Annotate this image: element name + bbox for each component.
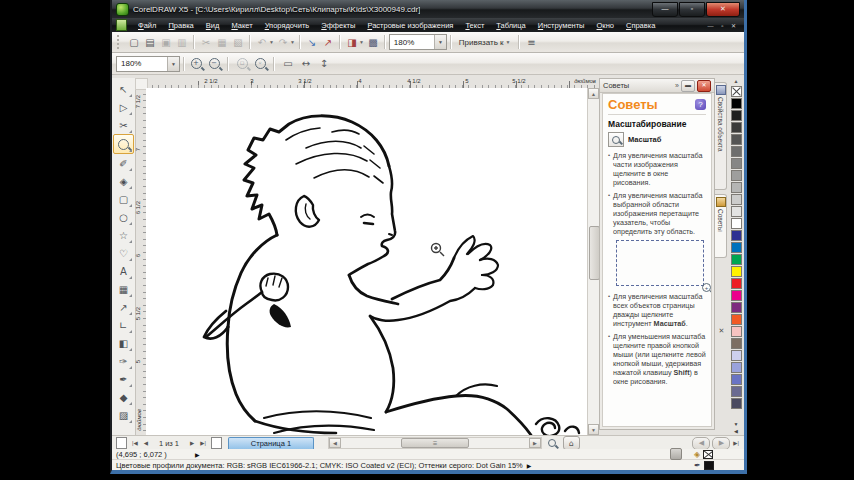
color-swatch[interactable] — [731, 182, 742, 193]
dimension-tool[interactable]: ↗ — [114, 298, 133, 316]
help-icon[interactable]: ? — [695, 99, 706, 110]
menu-item[interactable]: Окно — [591, 20, 620, 31]
menu-item[interactable]: Упорядочить — [259, 20, 316, 31]
mdi-window-controls[interactable]: — ▫ ✕ — [708, 22, 742, 29]
flyout-triangle-icon[interactable]: ▶ — [195, 451, 200, 458]
zoom-levels-combo[interactable]: 180% ▼ — [116, 56, 180, 72]
shape-tool[interactable]: ▷ — [114, 98, 133, 116]
chevron-down-icon[interactable]: ▼ — [434, 35, 446, 49]
color-swatch[interactable] — [731, 338, 742, 349]
snap-to-dropdown[interactable]: Привязать к ▼ — [455, 38, 516, 47]
palette-scroll-up-icon[interactable]: ▲ — [731, 77, 741, 85]
color-swatch[interactable] — [731, 302, 742, 313]
export-icon[interactable]: ↗ — [320, 34, 336, 50]
flyout-triangle-icon[interactable]: ▶ — [527, 462, 532, 469]
connector-tool[interactable]: ∟ — [114, 316, 133, 334]
menu-item[interactable]: Инструменты — [532, 20, 591, 31]
blend-tool[interactable]: ◧ — [114, 334, 133, 352]
chevron-down-icon[interactable]: ▼ — [359, 39, 364, 45]
scroll-left-icon[interactable]: ◀ — [329, 438, 341, 448]
expand-right-icon[interactable]: ▶| — [730, 440, 742, 446]
menu-item[interactable]: Таблица — [490, 20, 531, 31]
first-page-icon[interactable]: |◀ — [129, 440, 141, 446]
ellipse-tool[interactable]: ○ — [114, 208, 133, 226]
color-swatch[interactable] — [731, 362, 742, 373]
color-swatch[interactable] — [731, 194, 742, 205]
color-swatch[interactable] — [731, 350, 742, 361]
menu-item[interactable]: Правка — [162, 20, 199, 31]
color-swatch[interactable] — [731, 170, 742, 181]
color-swatch[interactable] — [731, 290, 742, 301]
color-swatch[interactable] — [731, 314, 742, 325]
color-eyedropper-tool[interactable]: ✑ — [114, 352, 133, 370]
color-swatch[interactable] — [731, 326, 742, 337]
drawing-canvas[interactable] — [146, 88, 587, 435]
import-icon[interactable]: ↘ — [304, 34, 320, 50]
color-swatch[interactable] — [731, 218, 742, 229]
color-swatch[interactable] — [731, 110, 742, 121]
close-button[interactable]: ✕ — [706, 2, 740, 17]
chevron-down-icon[interactable]: ▼ — [167, 57, 179, 71]
tab-object-properties[interactable]: Свойства объекта — [715, 82, 727, 190]
menu-item[interactable]: Файл — [132, 20, 162, 31]
scroll-down-icon[interactable]: ▼ — [588, 424, 599, 435]
zoom-in-icon[interactable]: + — [188, 56, 204, 72]
docker-chevron[interactable]: » — [675, 82, 679, 89]
pick-tool[interactable]: ↖ — [114, 80, 133, 98]
horizontal-scroll-thumb[interactable]: ☰ — [401, 438, 469, 448]
connect-icon[interactable]: ▩ — [365, 34, 381, 50]
back-icon[interactable]: ◀ — [692, 437, 710, 450]
outline-pen-tool[interactable]: ✒ — [114, 370, 133, 388]
menu-item[interactable]: Эффекты — [315, 20, 361, 31]
welcome-screen-icon[interactable]: ◨ — [344, 34, 360, 50]
page-tab[interactable]: Страница 1 — [228, 437, 314, 449]
zoom-tool-link[interactable]: Масштаб — [608, 132, 706, 147]
color-swatch[interactable] — [731, 254, 742, 265]
color-swatch[interactable] — [731, 242, 742, 253]
options-icon[interactable]: ≡ — [523, 34, 539, 50]
color-swatch[interactable] — [731, 266, 742, 277]
freehand-tool[interactable]: ✐ — [114, 154, 133, 172]
color-swatch[interactable] — [731, 146, 742, 157]
color-swatch[interactable] — [731, 230, 742, 241]
docker-minimize-button[interactable]: ▬ — [681, 80, 695, 92]
new-document-icon[interactable]: ▢ — [126, 34, 142, 50]
interactive-fill-tool[interactable]: ▨ — [114, 406, 133, 424]
tab-hints[interactable]: Советы — [715, 194, 727, 258]
forward-icon[interactable]: ▶ — [712, 437, 730, 450]
color-swatch[interactable] — [731, 374, 742, 385]
open-icon[interactable]: ▤ — [142, 34, 158, 50]
color-swatch[interactable] — [731, 122, 742, 133]
vertical-scrollbar[interactable]: ▲ ▼ — [587, 88, 599, 435]
menu-item[interactable]: Макет — [225, 20, 258, 31]
palette-expand-icon[interactable]: ◀ — [734, 428, 738, 434]
color-swatch[interactable] — [731, 398, 742, 409]
document-info-icon[interactable] — [670, 448, 682, 460]
color-swatch[interactable] — [731, 134, 742, 145]
rectangle-tool[interactable]: ▢ — [114, 190, 133, 208]
next-page-icon[interactable]: ▶ — [187, 440, 197, 446]
title-bar[interactable]: CorelDRAW X5 - [C:\Users\Кирилл\Desktop\… — [112, 0, 744, 18]
color-swatch[interactable] — [731, 278, 742, 289]
color-swatch[interactable] — [731, 206, 742, 217]
scroll-right-icon[interactable]: ▶ — [529, 438, 541, 448]
add-page-icon[interactable] — [211, 437, 222, 449]
fill-tool[interactable]: ◆ — [114, 388, 133, 406]
zoom-scrollbar-icon[interactable] — [545, 437, 560, 449]
toolbar-grip[interactable] — [117, 35, 123, 49]
fill-indicator[interactable]: ◈ — [694, 450, 740, 459]
table-tool[interactable]: ▦ — [114, 280, 133, 298]
docker-close-button[interactable]: ✕ — [697, 80, 711, 92]
menu-item[interactable]: Справка — [620, 20, 661, 31]
minimize-button[interactable]: — — [652, 2, 678, 17]
zoom-out-icon[interactable]: − — [206, 56, 222, 72]
menu-item[interactable]: Растровые изображения — [361, 20, 459, 31]
zoom-all-objects-icon[interactable]: ◦ — [252, 56, 268, 72]
menu-item[interactable]: Вид — [200, 20, 226, 31]
color-swatch[interactable] — [731, 86, 742, 97]
horizontal-scrollbar[interactable]: ◀ ☰ ▶ — [328, 437, 542, 449]
docker-caption-bar[interactable]: Советы » ▬ ✕ — [600, 79, 714, 93]
maximize-button[interactable]: ▫ — [679, 2, 705, 17]
color-swatch[interactable] — [731, 386, 742, 397]
polygon-tool[interactable]: ☆ — [114, 226, 133, 244]
